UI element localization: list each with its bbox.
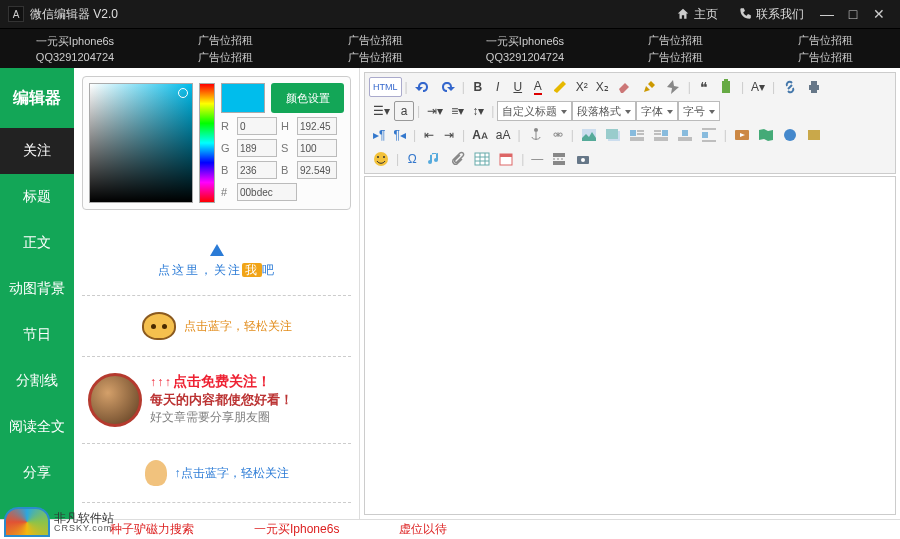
print-button[interactable] bbox=[802, 77, 826, 97]
video-button[interactable] bbox=[730, 125, 754, 145]
template-item[interactable]: 点击蓝字，轻松关注 bbox=[82, 296, 351, 357]
bottom-link[interactable]: 一元买Iphone6s bbox=[254, 521, 339, 538]
ad-col[interactable]: 广告位招租 广告位招租 bbox=[600, 29, 750, 68]
subscript-button[interactable]: X₂ bbox=[592, 77, 613, 97]
input-h[interactable] bbox=[297, 117, 337, 135]
italic-button[interactable]: I bbox=[488, 77, 508, 97]
template-item[interactable]: ↑ ↑ ↑ 点击免费关注！ 每天的内容都使您好看！ 好文章需要分享朋友圈 bbox=[82, 357, 351, 444]
remove-format-button[interactable] bbox=[661, 77, 685, 97]
date-button[interactable] bbox=[494, 149, 518, 169]
uppercase-button[interactable]: Aᴀ bbox=[468, 125, 492, 145]
sidebar: 编辑器 关注 标题 正文 动图背景 节日 分割线 阅读全文 分享 bbox=[0, 68, 74, 519]
input-g[interactable] bbox=[237, 139, 277, 157]
input-hex[interactable] bbox=[237, 183, 297, 201]
input-b[interactable] bbox=[237, 161, 277, 179]
ad-col[interactable]: 广告位招租 广告位招租 bbox=[150, 29, 300, 68]
paste-button[interactable] bbox=[714, 77, 738, 97]
hue-slider[interactable] bbox=[199, 83, 215, 203]
ad-col[interactable]: 一元买Iphone6s QQ3291204724 bbox=[0, 29, 150, 68]
unlink-button[interactable]: ⚮ bbox=[548, 125, 568, 145]
paragraph-format-select[interactable]: 段落格式 bbox=[572, 101, 636, 121]
home-link[interactable]: 主页 bbox=[676, 6, 718, 23]
rtl-button[interactable]: ¶◂ bbox=[389, 125, 409, 145]
pagebreak-button[interactable] bbox=[547, 149, 571, 169]
sidebar-item-body[interactable]: 正文 bbox=[0, 220, 74, 266]
outdent-button[interactable]: ⇤ bbox=[419, 125, 439, 145]
redo-button[interactable] bbox=[435, 77, 459, 97]
image-button[interactable] bbox=[577, 125, 601, 145]
indent-button[interactable]: ⇥▾ bbox=[423, 101, 447, 121]
custom-title-select[interactable]: 自定义标题 bbox=[497, 101, 572, 121]
ad-col[interactable]: 一元买Iphone6s QQ3291204724 bbox=[450, 29, 600, 68]
image-none-button[interactable] bbox=[697, 125, 721, 145]
svg-rect-16 bbox=[500, 154, 512, 157]
ad-col[interactable]: 广告位招租 广告位招租 bbox=[300, 29, 450, 68]
close-button[interactable]: ✕ bbox=[866, 6, 892, 22]
sidebar-item-share[interactable]: 分享 bbox=[0, 450, 74, 496]
sidebar-item-divider[interactable]: 分割线 bbox=[0, 358, 74, 404]
undo-button[interactable] bbox=[411, 77, 435, 97]
indent2-button[interactable]: ⇥ bbox=[439, 125, 459, 145]
sidebar-item-gif-bg[interactable]: 动图背景 bbox=[0, 266, 74, 312]
line-height-button[interactable]: ↕▾ bbox=[468, 101, 488, 121]
maximize-button[interactable]: □ bbox=[840, 6, 866, 22]
underline-button[interactable]: U bbox=[508, 77, 528, 97]
sidebar-item-label: 关注 bbox=[23, 142, 51, 160]
sidebar-item-follow[interactable]: 关注 bbox=[0, 128, 74, 174]
attachment-button[interactable] bbox=[446, 149, 470, 169]
bottom-link[interactable]: 虚位以待 bbox=[399, 521, 447, 538]
font-color-button[interactable]: A bbox=[528, 77, 548, 97]
contact-link[interactable]: 联系我们 bbox=[738, 6, 804, 23]
gmap-button[interactable] bbox=[778, 125, 802, 145]
sidebar-item-holiday[interactable]: 节日 bbox=[0, 312, 74, 358]
color-field[interactable] bbox=[89, 83, 193, 203]
input-s[interactable] bbox=[297, 139, 337, 157]
bg-color-button[interactable] bbox=[548, 77, 572, 97]
image-center-icon bbox=[677, 127, 693, 143]
bottom-link[interactable]: 种子驴磁力搜索 bbox=[110, 521, 194, 538]
table-button[interactable] bbox=[470, 149, 494, 169]
image-center-button[interactable] bbox=[673, 125, 697, 145]
boxed-text-button[interactable]: a bbox=[394, 101, 414, 121]
template-item[interactable]: ↑点击蓝字，轻松关注 bbox=[82, 444, 351, 503]
emoji-button[interactable] bbox=[369, 149, 393, 169]
watermark-text-cn: 非凡软件站 bbox=[54, 512, 114, 524]
sidebar-item-editor[interactable]: 编辑器 bbox=[0, 68, 74, 128]
bold-button[interactable]: B bbox=[468, 77, 488, 97]
special-char-button[interactable]: Ω bbox=[402, 149, 422, 169]
lowercase-button[interactable]: aA bbox=[492, 125, 515, 145]
unordered-list-button[interactable]: ☰▾ bbox=[369, 101, 394, 121]
multi-image-button[interactable] bbox=[601, 125, 625, 145]
font-size-select[interactable]: 字号 bbox=[678, 101, 720, 121]
hr-button[interactable]: — bbox=[527, 149, 547, 169]
music-button[interactable] bbox=[422, 149, 446, 169]
template-item[interactable]: 点这里，关注我吧 bbox=[82, 228, 351, 296]
ltr-button[interactable]: ▸¶ bbox=[369, 125, 389, 145]
ad-text: 广告位招租 bbox=[798, 50, 853, 65]
input-br[interactable] bbox=[297, 161, 337, 179]
blockquote-button[interactable]: ❝ bbox=[694, 77, 714, 97]
input-r[interactable] bbox=[237, 117, 277, 135]
minimize-button[interactable]: — bbox=[814, 6, 840, 22]
anchor-button[interactable] bbox=[524, 125, 548, 145]
snapshot-button[interactable] bbox=[571, 149, 595, 169]
code-button[interactable] bbox=[802, 125, 826, 145]
titlebar: A 微信编辑器 V2.0 主页 联系我们 — □ ✕ bbox=[0, 0, 900, 28]
link-button[interactable] bbox=[778, 77, 802, 97]
sidebar-item-title[interactable]: 标题 bbox=[0, 174, 74, 220]
clear-format-button[interactable] bbox=[613, 77, 637, 97]
ad-col[interactable]: 广告位招租 广告位招租 bbox=[750, 29, 900, 68]
font-select[interactable]: 字体 bbox=[636, 101, 678, 121]
editor-content[interactable] bbox=[364, 176, 896, 515]
image-right-button[interactable] bbox=[649, 125, 673, 145]
html-source-button[interactable]: HTML bbox=[369, 77, 402, 97]
superscript-button[interactable]: X² bbox=[572, 77, 592, 97]
map-button[interactable] bbox=[754, 125, 778, 145]
sidebar-item-readmore[interactable]: 阅读全文 bbox=[0, 404, 74, 450]
font-family-button[interactable]: A▾ bbox=[747, 77, 769, 97]
format-brush-button[interactable] bbox=[637, 77, 661, 97]
align-button[interactable]: ≡▾ bbox=[447, 101, 468, 121]
template-list[interactable]: 点这里，关注我吧 点击蓝字，轻松关注 ↑ ↑ ↑ 点击免费关注！ 每天的内容都使… bbox=[74, 218, 359, 519]
image-left-button[interactable] bbox=[625, 125, 649, 145]
color-set-button[interactable]: 颜色设置 bbox=[271, 83, 344, 113]
